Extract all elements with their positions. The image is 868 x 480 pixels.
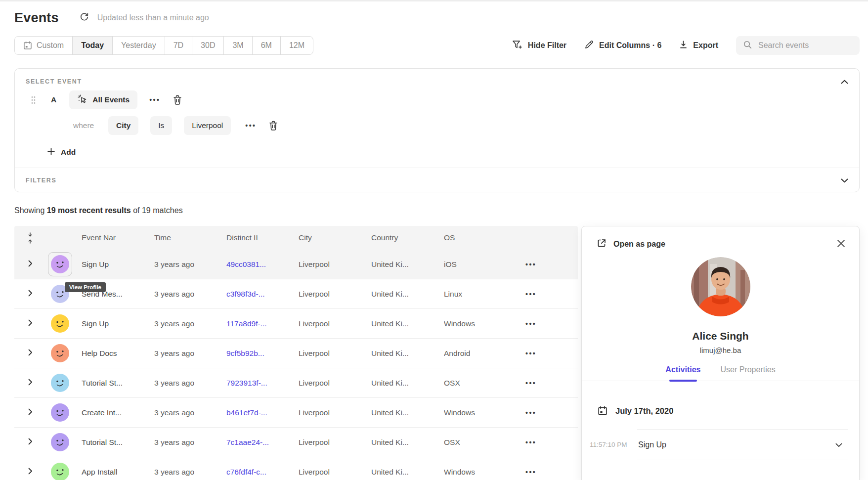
chevron-up-icon — [841, 77, 848, 86]
cell-country: United Ki... — [371, 290, 444, 299]
expand-row-button[interactable] — [28, 349, 33, 358]
user-avatar-icon[interactable] — [51, 463, 69, 480]
collapse-section-button[interactable] — [841, 77, 848, 86]
user-avatar-icon[interactable] — [51, 433, 69, 451]
table-row[interactable]: Create Int... 3 years ago b461ef7d-... L… — [14, 398, 578, 428]
user-avatar-icon[interactable] — [51, 374, 69, 392]
expand-row-button[interactable] — [28, 379, 33, 388]
cell-time: 3 years ago — [154, 408, 226, 417]
date-range-tab[interactable]: 12M — [281, 37, 313, 54]
cell-os: Windows — [444, 408, 521, 417]
expand-row-button[interactable] — [28, 319, 33, 328]
date-range-tab[interactable]: Custom — [15, 37, 73, 54]
date-range-tab[interactable]: 3M — [224, 37, 252, 54]
table-row[interactable]: Tutorial St... 3 years ago 7c1aae24-... … — [14, 428, 578, 457]
date-range-tab[interactable]: 7D — [165, 37, 192, 54]
avatar-hover-ring — [48, 430, 72, 454]
expand-row-button[interactable] — [28, 438, 33, 447]
user-avatar-icon[interactable] — [51, 314, 69, 333]
drag-handle-icon[interactable] — [31, 96, 36, 104]
chevron-right-icon — [28, 260, 33, 269]
collapse-rows-icon[interactable] — [27, 232, 33, 244]
cell-time: 3 years ago — [154, 290, 226, 299]
table-row[interactable]: Sign Up 3 years ago 117a8d9f-... Liverpo… — [14, 309, 578, 339]
value-pill[interactable]: Liverpool — [184, 116, 231, 135]
event-more-button[interactable]: ••• — [149, 96, 160, 104]
row-more-button[interactable]: ••• — [521, 349, 578, 357]
close-panel-button[interactable] — [837, 239, 845, 250]
expand-row-button[interactable] — [28, 260, 33, 269]
cell-distinct-id-link[interactable]: c3f98f3d-... — [226, 290, 299, 299]
user-avatar-icon[interactable] — [51, 255, 69, 273]
row-more-button[interactable]: ••• — [521, 468, 578, 476]
cell-country: United Ki... — [371, 438, 444, 447]
cell-event-name: Tutorial St... — [82, 438, 154, 447]
avatar-hover-ring — [48, 311, 72, 336]
profile-email: limuj@he.ba — [582, 346, 859, 354]
cell-os: Android — [444, 349, 521, 358]
cell-distinct-id-link[interactable]: 7923913f-... — [226, 379, 299, 388]
cell-city: Liverpool — [299, 468, 371, 477]
cell-distinct-id-link[interactable]: 7c1aae24-... — [226, 438, 299, 447]
add-event-button[interactable]: Add — [47, 143, 76, 162]
search-input[interactable] — [758, 41, 853, 50]
trash-icon[interactable] — [173, 95, 182, 105]
row-more-button[interactable]: ••• — [521, 379, 578, 387]
date-range-tab[interactable]: Today — [73, 37, 113, 54]
operator-pill[interactable]: Is — [150, 116, 172, 135]
expand-row-button[interactable] — [28, 290, 33, 299]
cell-distinct-id-link[interactable]: 49cc0381... — [226, 260, 299, 269]
row-more-button[interactable]: ••• — [521, 261, 578, 268]
column-header-distinct-id: Distinct II — [226, 233, 299, 242]
row-more-button[interactable]: ••• — [521, 290, 578, 298]
table-row[interactable]: App Install 3 years ago c76fdf4f-c... Li… — [14, 457, 578, 480]
date-range-tab-label: 7D — [174, 41, 183, 50]
table-row[interactable]: Help Docs 3 years ago 9cf5b92b... Liverp… — [14, 339, 578, 368]
cell-country: United Ki... — [371, 349, 444, 358]
calendar-icon — [23, 41, 32, 50]
expand-row-button[interactable] — [28, 408, 33, 417]
table-row[interactable]: Tutorial St... 3 years ago 7923913f-... … — [14, 368, 578, 398]
table-row[interactable]: Sign Up 3 years ago 49cc0381... Liverpoo… — [14, 250, 578, 279]
cell-distinct-id-link[interactable]: 9cf5b92b... — [226, 349, 299, 358]
trash-icon[interactable] — [269, 121, 278, 131]
search-icon — [743, 40, 752, 51]
user-avatar-icon[interactable] — [51, 403, 69, 422]
tab-activities[interactable]: Activities — [665, 365, 700, 381]
filters-label: FILTERS — [26, 177, 56, 184]
tab-user-properties[interactable]: User Properties — [720, 365, 775, 381]
profile-name: Alice Singh — [582, 330, 859, 342]
row-more-button[interactable]: ••• — [521, 409, 578, 417]
row-more-button[interactable]: ••• — [521, 320, 578, 328]
updated-status: Updated less than a minute ago — [97, 13, 209, 22]
cell-country: United Ki... — [371, 408, 444, 417]
calendar-icon — [598, 406, 608, 416]
edit-columns-button[interactable]: Edit Columns · 6 — [584, 40, 661, 51]
expand-row-button[interactable] — [28, 468, 33, 477]
property-pill[interactable]: City — [108, 116, 138, 135]
hide-filter-button[interactable]: Hide Filter — [512, 40, 566, 51]
row-more-button[interactable]: ••• — [521, 438, 578, 446]
cell-time: 3 years ago — [154, 438, 226, 447]
user-avatar-icon[interactable] — [51, 344, 69, 362]
cell-distinct-id-link[interactable]: b461ef7d-... — [226, 408, 299, 417]
refresh-button[interactable] — [80, 12, 89, 24]
export-button[interactable]: Export — [679, 41, 718, 51]
filters-section-toggle[interactable]: FILTERS — [15, 168, 859, 192]
event-name-pill[interactable]: All Events — [69, 90, 137, 109]
date-range-tab[interactable]: 30D — [192, 37, 224, 54]
cell-distinct-id-link[interactable]: 117a8d9f-... — [226, 319, 299, 328]
activity-row[interactable]: 11:57:10 PM Sign Up — [582, 429, 859, 460]
toolbar-actions: Hide Filter Edit Columns · 6 Export — [512, 36, 860, 55]
open-as-page-button[interactable]: Open as page — [597, 238, 665, 250]
where-clause-row: where City Is Liverpool ••• — [15, 116, 278, 135]
cell-os: Windows — [444, 468, 521, 477]
profile-panel: Open as page — [581, 226, 860, 480]
cell-event-name: Sign Up — [82, 319, 154, 328]
date-range-tab[interactable]: Yesterday — [113, 37, 165, 54]
cell-distinct-id-link[interactable]: c76fdf4f-c... — [226, 468, 299, 477]
clause-more-button[interactable]: ••• — [245, 122, 256, 130]
date-range-tab[interactable]: 6M — [253, 37, 281, 54]
event-selector-row: A All Events ••• — [15, 90, 182, 109]
cell-country: United Ki... — [371, 379, 444, 388]
